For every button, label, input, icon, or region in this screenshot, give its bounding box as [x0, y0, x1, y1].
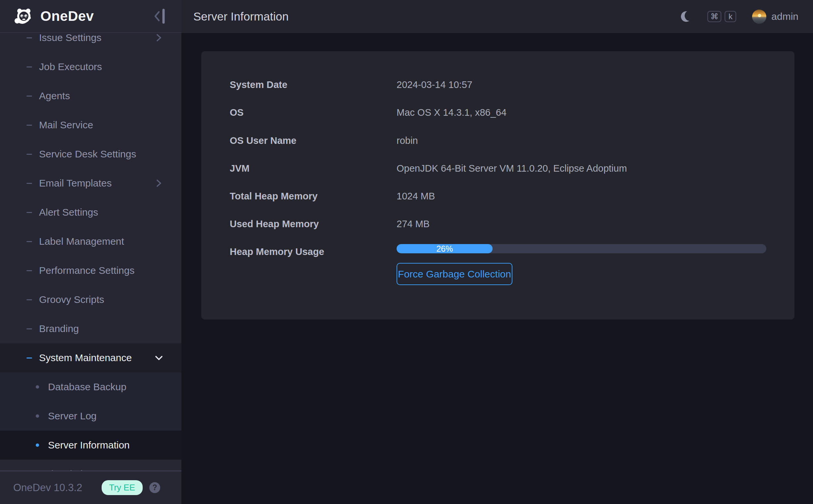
sidebar-item-groovy-scripts[interactable]: Groovy Scripts	[0, 285, 181, 314]
try-ee-badge[interactable]: Try EE	[102, 480, 143, 495]
force-garbage-collection-button[interactable]: Force Garbage Collection	[397, 263, 512, 285]
info-row-used-heap-memory: Used Heap Memory 274 MB	[230, 218, 766, 230]
info-row-system-date: System Date 2024-03-14 10:57	[230, 79, 766, 91]
sidebar-item-label-management[interactable]: Label Management	[0, 227, 181, 256]
bullet-icon	[36, 385, 39, 389]
username[interactable]: admin	[771, 11, 798, 22]
heap-usage-fill: 26%	[397, 244, 492, 253]
sidebar-item-service-desk-settings[interactable]: Service Desk Settings	[0, 140, 181, 169]
sidebar-item-issue-settings[interactable]: Issue Settings	[0, 33, 181, 52]
collapse-sidebar-icon[interactable]	[153, 9, 167, 24]
dash-icon	[26, 66, 32, 67]
command-palette-shortcut[interactable]: ⌘ k	[707, 11, 736, 22]
sidebar-item-database-backup[interactable]: Database Backup	[0, 372, 181, 401]
dash-icon	[26, 154, 32, 155]
sidebar-item-server-information[interactable]: Server Information	[0, 431, 181, 460]
bullet-icon	[36, 443, 39, 447]
info-row-os-user-name: OS User Name robin	[230, 135, 766, 147]
dash-icon	[26, 125, 32, 126]
cmd-keycap: ⌘	[707, 11, 721, 22]
chevron-down-icon	[155, 353, 163, 363]
heap-usage-percent-label: 26%	[436, 244, 453, 253]
user-avatar[interactable]	[752, 10, 766, 24]
dash-icon	[26, 328, 32, 329]
onedev-panda-logo-icon	[14, 8, 32, 25]
logo-text: OneDev	[40, 8, 94, 24]
header-actions: ⌘ k admin	[681, 10, 798, 24]
chevron-right-icon	[155, 178, 163, 189]
main-content: System Date 2024-03-14 10:57 OS Mac OS X…	[181, 33, 813, 504]
sidebar-footer: OneDev 10.3.2 Try EE ?	[0, 471, 181, 504]
dash-icon	[26, 299, 32, 300]
dash-icon	[26, 357, 32, 358]
sidebar-item-email-templates[interactable]: Email Templates	[0, 169, 181, 198]
server-info-panel: System Date 2024-03-14 10:57 OS Mac OS X…	[201, 51, 794, 319]
sidebar-item-subscription-management[interactable]: Subscription Management	[0, 460, 181, 471]
sidebar: OneDev Issue Settings Job Executors Agen…	[0, 0, 181, 504]
dash-icon	[26, 183, 32, 184]
sidebar-item-mail-service[interactable]: Mail Service	[0, 110, 181, 140]
version-text: OneDev 10.3.2	[13, 482, 82, 494]
sidebar-item-alert-settings[interactable]: Alert Settings	[0, 198, 181, 227]
info-row-jvm: JVM OpenJDK 64-Bit Server VM 11.0.20, Ec…	[230, 162, 766, 174]
dash-icon	[26, 37, 32, 38]
info-row-os: OS Mac OS X 14.3.1, x86_64	[230, 106, 766, 118]
bullet-icon	[36, 414, 39, 418]
k-keycap: k	[725, 11, 736, 22]
heap-usage-progress-bar: 26%	[397, 244, 766, 253]
dash-icon	[26, 241, 32, 242]
sidebar-item-job-executors[interactable]: Job Executors	[0, 52, 181, 81]
dash-icon	[26, 270, 32, 271]
logo-bar: OneDev	[0, 0, 181, 33]
chevron-right-icon	[155, 33, 163, 43]
page-title: Server Information	[193, 10, 289, 23]
sidebar-item-branding[interactable]: Branding	[0, 314, 181, 343]
sidebar-item-server-log[interactable]: Server Log	[0, 401, 181, 431]
page-header: Server Information ⌘ k admin	[181, 0, 813, 33]
dash-icon	[26, 96, 32, 97]
sidebar-item-performance-settings[interactable]: Performance Settings	[0, 256, 181, 285]
help-icon[interactable]: ?	[149, 482, 160, 493]
sidebar-menu: Issue Settings Job Executors Agents Mail…	[0, 33, 181, 471]
sidebar-item-agents[interactable]: Agents	[0, 81, 181, 110]
info-row-total-heap-memory: Total Heap Memory 1024 MB	[230, 190, 766, 202]
dark-mode-moon-icon[interactable]	[680, 10, 693, 23]
sidebar-item-system-maintenance[interactable]: System Maintenance	[0, 343, 181, 372]
dash-icon	[26, 212, 32, 213]
